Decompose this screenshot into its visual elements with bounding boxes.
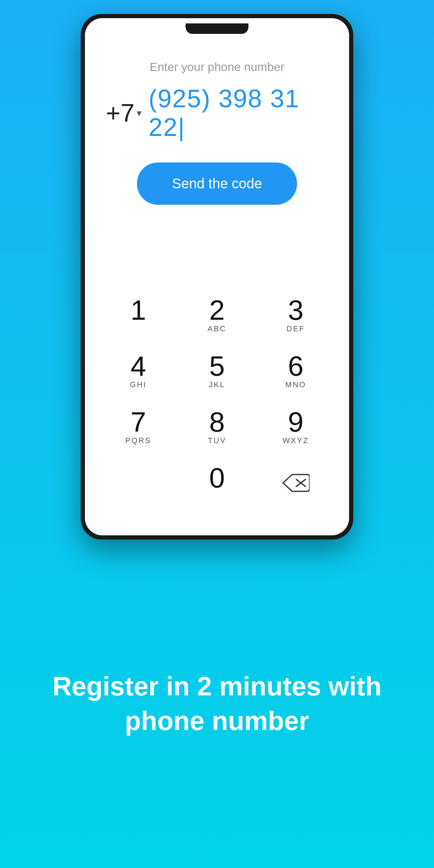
key-letters-5: JKL (209, 380, 225, 390)
key-letters-8: TUV (208, 436, 226, 446)
bottom-section: Register in 2 minutes with phone number (0, 540, 434, 868)
dialpad-key-2[interactable]: 2 ABC (182, 291, 252, 340)
key-number-7: 7 (130, 408, 146, 436)
input-label: Enter your phone number (150, 60, 284, 74)
key-number-0: 0 (209, 464, 225, 492)
dialpad-key-7[interactable]: 7 PQRS (103, 403, 173, 451)
cursor: | (178, 113, 185, 142)
key-letters-7: PQRS (125, 436, 151, 446)
key-number-6: 6 (288, 352, 304, 380)
input-section: Enter your phone number +7 ▾ (925) 398 3… (85, 39, 349, 240)
dialpad-key-6[interactable]: 6 MNO (261, 347, 331, 396)
dialpad-key-4[interactable]: 4 GHI (103, 347, 173, 396)
key-letters-9: WXYZ (283, 436, 309, 446)
key-number-3: 3 (288, 296, 304, 324)
dropdown-arrow-icon: ▾ (137, 107, 142, 119)
key-letters-2: ABC (208, 324, 226, 334)
key-number-8: 8 (209, 408, 225, 436)
country-code-text: +7 (106, 99, 135, 127)
phone-device: Enter your phone number +7 ▾ (925) 398 3… (81, 14, 353, 540)
key-letters-3: DEF (287, 324, 305, 334)
key-number-4: 4 (130, 352, 146, 380)
dialpad-key-9[interactable]: 9 WXYZ (261, 403, 331, 451)
key-number-1: 1 (130, 296, 146, 324)
dialpad-key-1[interactable]: 1 (103, 291, 173, 340)
dialpad-key-8[interactable]: 8 TUV (182, 403, 252, 451)
backspace-key[interactable] (261, 458, 331, 507)
dialpad-key-0[interactable]: 0 (182, 458, 252, 507)
phone-top-bar (85, 18, 349, 39)
dialpad-key-empty (103, 458, 173, 507)
country-code-selector[interactable]: +7 ▾ (106, 99, 142, 127)
key-number-5: 5 (209, 352, 225, 380)
phone-number-text: (925) 398 31 22 (149, 85, 299, 141)
tagline: Register in 2 minutes with phone number (35, 669, 399, 738)
key-letters-6: MNO (285, 380, 306, 390)
dialpad-row-3: 7 PQRS 8 TUV 9 WXYZ (99, 403, 335, 451)
dialpad-key-5[interactable]: 5 JKL (182, 347, 252, 396)
dialpad-row-1: 1 2 ABC 3 DEF (99, 291, 335, 340)
phone-number-display: (925) 398 31 22| (149, 84, 328, 142)
backspace-icon (282, 473, 310, 493)
key-letters-4: GHI (130, 380, 147, 390)
dialpad-row-2: 4 GHI 5 JKL 6 MNO (99, 347, 335, 396)
phone-input-row: +7 ▾ (925) 398 31 22| (106, 84, 328, 142)
phone-screen: Enter your phone number +7 ▾ (925) 398 3… (85, 18, 349, 535)
dialpad: 1 2 ABC 3 DEF 4 GHI 5 (85, 284, 349, 535)
dialpad-key-3[interactable]: 3 DEF (261, 291, 331, 340)
key-number-2: 2 (209, 296, 225, 324)
spacer (85, 240, 349, 284)
dialpad-row-4: 0 (99, 458, 335, 507)
key-number-9: 9 (288, 408, 304, 436)
phone-notch (186, 23, 248, 34)
send-code-button[interactable]: Send the code (137, 162, 297, 205)
